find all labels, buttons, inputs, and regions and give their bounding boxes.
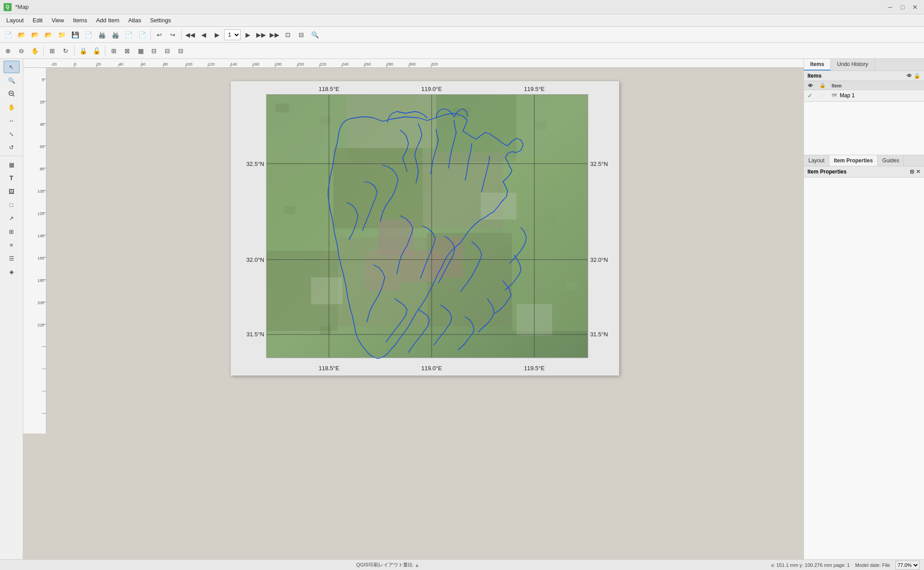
zoom-in-btn[interactable]: 🔍: [4, 74, 20, 87]
align-tool3[interactable]: ▦: [134, 45, 147, 57]
nav-btn4[interactable]: ⊡: [282, 29, 294, 41]
move-item-btn[interactable]: ↔: [4, 114, 20, 127]
nav-btn5[interactable]: ⊟: [295, 29, 308, 41]
undo-button[interactable]: ↩: [153, 29, 166, 41]
menu-items[interactable]: Items: [68, 15, 92, 25]
svg-rect-63: [284, 206, 296, 214]
add-map-btn[interactable]: ▦: [4, 158, 20, 171]
separator1: [150, 30, 151, 40]
window-title: *Map: [15, 4, 29, 10]
export-svg-button[interactable]: 📄: [136, 29, 148, 41]
items-eye-icon[interactable]: 👁: [907, 73, 912, 79]
unlock-tool[interactable]: 🔓: [90, 45, 103, 57]
align-tool5[interactable]: ⊟: [161, 45, 174, 57]
next-last-button[interactable]: ▶: [241, 29, 254, 41]
print-button[interactable]: 🖨️: [96, 29, 108, 41]
table-row[interactable]: ✓ □ 🗺 Map 1: [804, 90, 924, 101]
tab-layout[interactable]: Layout: [804, 155, 829, 166]
select-tool[interactable]: ⊞: [46, 45, 58, 57]
rotate-btn[interactable]: ↺: [4, 141, 20, 153]
svg-text:31.5°N: 31.5°N: [590, 331, 608, 338]
export-image-button[interactable]: 📄: [82, 29, 95, 41]
add-legend-btn[interactable]: ☰: [4, 252, 20, 264]
props-icon1[interactable]: ⊞: [910, 169, 914, 175]
save-button[interactable]: 💾: [69, 29, 81, 41]
menubar: Layout Edit View Items Add Item Atlas Se…: [0, 14, 924, 27]
lock-tool[interactable]: 🔒: [77, 45, 89, 57]
items-label: Items: [807, 73, 821, 79]
add-html-btn[interactable]: ◈: [4, 265, 20, 278]
export-pdf-button[interactable]: 📄: [122, 29, 135, 41]
tab-item-properties[interactable]: Item Properties: [829, 155, 878, 166]
status-right: x: 151.1 mm y: 100.276 mm page: 1 Model …: [771, 561, 920, 570]
redo-button[interactable]: ↪: [166, 29, 179, 41]
resize-btn[interactable]: ⤡: [4, 128, 20, 140]
align-tool6[interactable]: ⊟: [175, 45, 187, 57]
pan-btn[interactable]: ✋: [4, 101, 20, 113]
refresh-tool[interactable]: ↻: [59, 45, 72, 57]
prev-button[interactable]: ◀: [197, 29, 210, 41]
align-tool2[interactable]: ⊠: [121, 45, 133, 57]
separator5: [105, 46, 105, 56]
open-template-button[interactable]: 📂: [42, 29, 54, 41]
items-panel-header: Items 👁 🔒: [804, 71, 924, 81]
svg-text:32.5°N: 32.5°N: [246, 161, 264, 167]
save-folder-button[interactable]: 📁: [55, 29, 68, 41]
map-page[interactable]: 118.5°E 119.0°E 119.5°E 118.5°E 119.0°E …: [231, 81, 619, 376]
tab-guides[interactable]: Guides: [878, 155, 904, 166]
add-scalebar-btn[interactable]: ≡: [4, 239, 20, 251]
svg-rect-67: [566, 282, 577, 290]
menu-layout[interactable]: Layout: [2, 15, 28, 25]
svg-text:32.0°N: 32.0°N: [246, 256, 264, 263]
props-header: Item Properties ⊞ ✕: [804, 166, 924, 178]
zoom-in-tool[interactable]: ⊕: [2, 45, 14, 57]
zoom-out-btn[interactable]: [4, 87, 20, 100]
svg-rect-66: [476, 331, 490, 340]
zoom-select[interactable]: 77.0%: [895, 561, 920, 570]
nav-btn2[interactable]: ▶▶: [255, 29, 267, 41]
minimize-button[interactable]: ─: [885, 2, 895, 12]
menu-view[interactable]: View: [47, 15, 68, 25]
print2-button[interactable]: 🖨️: [109, 29, 121, 41]
canvas-area[interactable]: -20 0 20 40 60 80 100 120 140 160 180 20…: [23, 59, 803, 559]
menu-atlas[interactable]: Atlas: [124, 15, 146, 25]
add-table-btn[interactable]: ⊞: [4, 225, 20, 238]
svg-text:32.0°N: 32.0°N: [590, 256, 608, 263]
zoom-layout-button[interactable]: 🔍: [308, 29, 321, 41]
next-button[interactable]: ▶: [211, 29, 223, 41]
align-tool1[interactable]: ⊞: [108, 45, 120, 57]
nav-btn3[interactable]: ▶▶: [268, 29, 281, 41]
add-image-btn[interactable]: 🖼: [4, 185, 20, 198]
menu-edit[interactable]: Edit: [28, 15, 47, 25]
add-label-btn[interactable]: T: [4, 172, 20, 184]
new-button[interactable]: 📄: [2, 29, 14, 41]
close-button[interactable]: ✕: [910, 2, 920, 12]
maximize-button[interactable]: □: [897, 2, 908, 12]
prev-first-button[interactable]: ◀◀: [184, 29, 196, 41]
tab-undo-history[interactable]: Undo History: [831, 59, 874, 70]
menu-add-item[interactable]: Add Item: [92, 15, 124, 25]
tab-items[interactable]: Items: [804, 59, 831, 70]
hand-tool[interactable]: ✋: [29, 45, 41, 57]
select-tool-btn[interactable]: ↖: [4, 61, 20, 73]
props-tabs: Layout Item Properties Guides: [804, 155, 924, 166]
add-arrow-btn[interactable]: ↗: [4, 212, 20, 224]
svg-rect-43: [266, 161, 333, 251]
open-recent-button[interactable]: 📂: [29, 29, 41, 41]
lock-col-icon: 🔒: [820, 83, 826, 88]
svg-rect-40: [347, 95, 436, 148]
zoom-out-tool[interactable]: ⊖: [15, 45, 28, 57]
props-icon2[interactable]: ✕: [916, 169, 920, 175]
items-lock-icon[interactable]: 🔒: [914, 73, 920, 79]
menu-settings[interactable]: Settings: [146, 15, 175, 25]
status-coords: x: 151.1 mm y: 100.276 mm page: 1: [771, 562, 850, 568]
separator2: [181, 30, 182, 40]
ruler-top: -20 0 20 40 60 80 100 120 140 160 180 20…: [23, 59, 803, 68]
align-tool4[interactable]: ⊟: [148, 45, 160, 57]
add-shape-btn[interactable]: □: [4, 198, 20, 211]
open-button[interactable]: 📂: [15, 29, 28, 41]
status-center: QGIS印刷レイアウト量比 ▲: [356, 562, 419, 568]
ruler-left: 0 20 40 60 80 100 120 140 160 180 200 22…: [23, 68, 46, 434]
props-header-icons: ⊞ ✕: [910, 169, 920, 175]
page-select[interactable]: 1: [224, 29, 241, 40]
